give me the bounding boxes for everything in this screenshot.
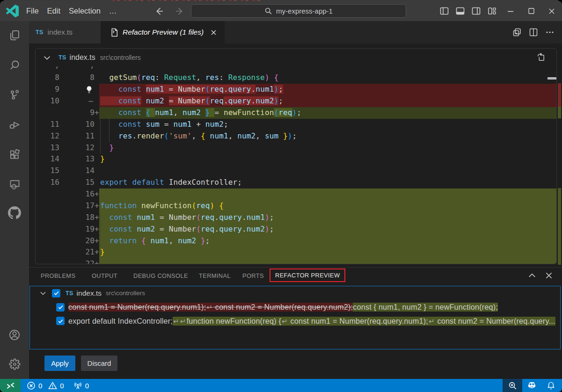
code-line: 1211 res.render('sum', { num1, num2, sum… <box>36 131 556 142</box>
status-bar: 0 0 0 <box>0 379 562 392</box>
scrollbar-slider[interactable] <box>547 77 556 80</box>
close-tab-icon[interactable] <box>210 29 217 36</box>
editor-tab-bar: TS index.ts Refactor Preview (1 files) <box>29 21 562 44</box>
checkbox-checked[interactable] <box>56 317 65 325</box>
tab-index-ts[interactable]: TS index.ts <box>29 21 101 44</box>
minimize-button[interactable] <box>500 1 521 21</box>
code-line-content: getSum(req: Request, res: Response) { <box>99 72 556 84</box>
code-line: 17+function newFunction(req) { <box>36 200 556 212</box>
added-line-plus: + <box>95 258 99 264</box>
code-line: 1615export default IndexController; <box>36 177 556 189</box>
added-line-plus <box>95 177 99 189</box>
close-panel-icon[interactable] <box>545 271 553 280</box>
activity-search-icon[interactable] <box>0 54 29 76</box>
errors-icon <box>27 381 36 390</box>
activity-remote-explorer-icon[interactable] <box>0 173 29 195</box>
panel-tab-refactor-preview[interactable]: REFACTOR PREVIEW <box>275 272 340 279</box>
tree-change-row[interactable]: const num1 = Number(req.query.num1);↵ co… <box>30 300 560 314</box>
modified-line-number: 20 <box>59 235 95 247</box>
go-to-file-icon[interactable] <box>536 52 546 62</box>
panel-tab-terminal[interactable]: TERMINAL <box>199 268 231 283</box>
panel-tab-problems[interactable]: PROBLEMS <box>41 268 75 283</box>
code-line-content <box>99 258 556 264</box>
code-line-content: } <box>99 142 556 154</box>
code-line: 1514 <box>36 165 556 177</box>
back-arrow-icon[interactable] <box>154 6 165 16</box>
copilot-icon <box>527 381 537 391</box>
chevron-down-icon[interactable] <box>43 54 51 62</box>
added-line-plus <box>95 72 99 84</box>
tree-file-row[interactable]: TSindex.tssrc\controllers <box>30 286 560 300</box>
added-line-plus <box>95 66 99 72</box>
modified-line-number: 16 <box>59 189 95 200</box>
modified-line-number: 10 <box>59 119 95 131</box>
split-editor-icon[interactable] <box>529 28 538 37</box>
activity-github-icon[interactable] <box>0 202 29 224</box>
diff-code-view[interactable]: 7788 getSum(req: Request, res: Response)… <box>36 66 556 264</box>
ports-status[interactable]: 0 <box>73 381 89 390</box>
code-line-content: const num2 = Number(req.query.num2); <box>99 95 556 107</box>
toggle-sidebar-icon[interactable] <box>440 7 449 15</box>
command-center[interactable]: my-express-app-1 <box>191 4 406 18</box>
menu-file[interactable]: File <box>22 7 43 15</box>
zoom-status-item[interactable] <box>503 379 522 392</box>
toggle-secondary-sidebar-icon[interactable] <box>472 7 481 15</box>
diff-file-header[interactable]: TS index.ts src\controllers <box>36 49 556 66</box>
diff-file-widget: TS index.ts src\controllers 7788 getSum(… <box>35 48 557 264</box>
panel-tab-output[interactable]: OUTPUT <box>92 268 117 283</box>
original-line-number <box>36 200 59 212</box>
tree-file-path: src\controllers <box>106 290 145 297</box>
code-line-content: res.render('sum', { num1, num2, sum }); <box>99 131 556 142</box>
annotation-red-box: REFACTOR PREVIEW <box>270 269 345 282</box>
discard-button[interactable]: Discard <box>81 356 117 371</box>
activity-run-and-debug-icon[interactable] <box>0 113 29 136</box>
chevron-down-icon[interactable] <box>39 290 47 297</box>
refactor-preview-file-icon <box>110 28 118 37</box>
panel-tab-debug-console[interactable]: DEBUG CONSOLE <box>133 268 188 283</box>
more-actions-icon[interactable] <box>545 28 555 37</box>
code-line-content: } <box>99 153 556 165</box>
activity-source-control-icon[interactable] <box>0 83 29 106</box>
forward-arrow-icon[interactable] <box>174 6 184 16</box>
toggle-panel-icon[interactable] <box>456 7 465 15</box>
notifications-status-item[interactable] <box>541 379 561 392</box>
maximize-button[interactable] <box>521 1 541 21</box>
activity-extensions-icon[interactable] <box>0 143 29 166</box>
activity-explorer-icon[interactable] <box>0 24 29 46</box>
activity-accounts-icon[interactable] <box>0 324 29 346</box>
panel-tab-ports[interactable]: PORTS <box>242 268 264 283</box>
activity-settings-icon[interactable] <box>0 353 29 375</box>
code-line: 22+ <box>36 258 556 264</box>
panel-tab-bar: PROBLEMSOUTPUTDEBUG CONSOLETERMINALPORTS… <box>29 268 562 283</box>
original-line-number <box>36 258 59 264</box>
problems-status[interactable]: 0 0 <box>27 381 64 390</box>
refactor-preview-tree: TSindex.tssrc\controllersconst num1 = Nu… <box>29 286 561 349</box>
checkbox-checked[interactable] <box>52 289 60 298</box>
typescript-file-icon: TS <box>36 29 44 36</box>
original-line-number: 16 <box>36 177 59 189</box>
remote-indicator[interactable] <box>0 379 21 392</box>
tree-change-row[interactable]: export default IndexController;↵↵functio… <box>30 314 560 328</box>
diff-multiple-icon[interactable] <box>512 28 522 37</box>
panel-maximize-icon[interactable] <box>528 271 536 280</box>
menu-edit[interactable]: Edit <box>43 7 65 15</box>
menu-selection[interactable]: Selection <box>65 7 105 15</box>
code-line: 21+} <box>36 247 556 258</box>
menu-more[interactable]: … <box>105 7 121 15</box>
diff-file-path: src\controllers <box>100 54 141 61</box>
added-line-plus <box>95 153 99 165</box>
customize-layout-icon[interactable] <box>488 7 496 15</box>
checkbox-checked[interactable] <box>56 303 65 312</box>
original-line-number: 9 <box>36 84 59 95</box>
copilot-status-item[interactable] <box>522 379 541 392</box>
change-text-del: const num1 = Number(req.query.num1);↵ co… <box>68 303 353 312</box>
close-window-button[interactable] <box>541 1 562 21</box>
title-bar: FileEditSelection… my-express-app-1 <box>0 1 562 21</box>
modified-line-number: 11 <box>59 131 95 142</box>
tab-refactor-preview[interactable]: Refactor Preview (1 files) <box>101 21 225 44</box>
radio-tower-icon <box>73 381 82 390</box>
modified-line-number: 7 <box>59 66 95 72</box>
original-line-number: 12 <box>36 131 59 142</box>
apply-button[interactable]: Apply <box>44 356 75 371</box>
deleted-line-dash: – <box>88 95 93 107</box>
